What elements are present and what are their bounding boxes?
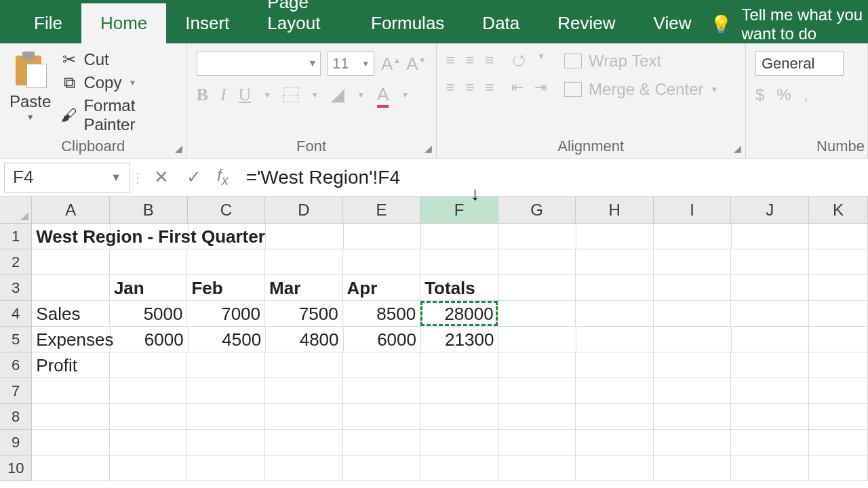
cell-c4[interactable]: 7000 [187,301,265,327]
tab-view[interactable]: View [635,3,711,43]
cell[interactable] [110,404,188,430]
underline-button[interactable]: U [239,85,252,105]
fx-icon[interactable]: fx [210,166,235,188]
cell[interactable] [187,455,265,481]
col-header-f[interactable]: ↓F [420,197,498,224]
cell[interactable] [731,430,809,455]
tab-page-layout[interactable]: Page Layout [248,0,352,43]
number-format-select[interactable]: General [755,52,844,76]
tell-me[interactable]: 💡 Tell me what you want to do [710,5,868,43]
cell[interactable] [32,404,110,430]
align-middle-icon[interactable]: ≡ [465,52,474,69]
row-header[interactable]: 9 [0,430,32,455]
merge-center-button[interactable]: Merge & Center ▼ [564,80,718,99]
increase-font-icon[interactable]: A▲ [381,54,401,75]
chevron-down-icon[interactable]: ▼ [357,90,365,100]
cell-h4[interactable] [576,301,654,327]
cell-g4[interactable] [498,301,576,327]
cell[interactable] [576,378,654,404]
cell[interactable] [498,430,576,455]
cell-d1[interactable] [266,224,343,249]
format-painter-button[interactable]: 🖌 Format Painter [62,96,176,134]
cell[interactable] [498,404,576,430]
cell-e1[interactable] [344,224,421,249]
cell-h1[interactable] [576,224,654,249]
cell[interactable] [809,430,868,455]
formula-bar[interactable]: ='West Region'!F4 [235,167,868,188]
col-header-j[interactable]: J [731,197,809,224]
cell-g2[interactable] [498,249,576,275]
cell-j2[interactable] [731,249,809,275]
tab-review[interactable]: Review [538,3,634,43]
cell-e4[interactable]: 8500 [343,301,421,327]
col-header-k[interactable]: K [809,197,868,224]
cell[interactable] [265,430,343,455]
cell-d4[interactable]: 7500 [265,301,343,327]
borders-button[interactable] [283,87,298,102]
cell-i4[interactable] [654,301,732,327]
cell-k1[interactable] [809,224,868,249]
cell-i2[interactable] [654,249,732,275]
cell-i1[interactable] [654,224,731,249]
cell-j6[interactable] [731,352,809,378]
align-left-icon[interactable]: ≡ [446,79,455,96]
name-box[interactable]: F4 ▼ [4,163,130,192]
tab-home[interactable]: Home [81,3,166,43]
cell-h3[interactable] [576,275,654,301]
cell-c6[interactable] [187,352,265,378]
cell-j4[interactable] [731,301,809,327]
cell[interactable] [110,378,188,404]
cut-button[interactable]: ✂ Cut [62,50,176,69]
cell-d5[interactable]: 4800 [266,327,343,352]
chevron-down-icon[interactable]: ▼ [711,85,719,94]
cell-d3[interactable]: Mar [265,275,343,301]
paste-menu-arrow[interactable]: ▼ [26,113,35,122]
align-bottom-icon[interactable]: ≡ [485,52,494,69]
cell[interactable] [187,430,265,455]
font-color-button[interactable]: A [377,84,389,105]
cell-d2[interactable] [265,249,343,275]
row-header[interactable]: 4 [0,301,32,327]
comma-format-button[interactable]: , [804,85,808,104]
cell-a2[interactable] [32,249,110,275]
cell-c2[interactable] [187,249,265,275]
row-header[interactable]: 5 [0,327,32,352]
orientation-button[interactable]: ⭯ [511,52,526,69]
cell[interactable] [809,378,868,404]
chevron-down-icon[interactable]: ▼ [311,90,319,100]
row-header[interactable]: 6 [0,352,32,378]
tab-insert[interactable]: Insert [166,3,248,43]
cell-f4[interactable]: 28000 [420,301,498,327]
cell-a4[interactable]: Sales [32,301,110,327]
cell-g3[interactable] [498,275,576,301]
cell[interactable] [32,455,110,481]
cell[interactable] [265,404,343,430]
cancel-button[interactable]: ✕ [145,167,178,188]
cell-i3[interactable] [654,275,732,301]
cell-e3[interactable]: Apr [343,275,421,301]
cell[interactable] [343,455,421,481]
cell-g5[interactable] [498,327,576,352]
cell-f3[interactable]: Totals [420,275,498,301]
row-header[interactable]: 1 [0,224,32,249]
row-header[interactable]: 7 [0,378,32,404]
col-header-d[interactable]: D [265,197,343,224]
cell-j3[interactable] [731,275,809,301]
cell[interactable] [809,455,868,481]
cell-a5[interactable]: Expenses [32,327,111,352]
paste-button[interactable]: Paste ▼ [9,47,51,134]
tab-data[interactable]: Data [463,3,538,43]
cell[interactable] [498,378,576,404]
cell[interactable] [110,430,188,455]
cell[interactable] [420,455,498,481]
bold-button[interactable]: B [197,85,208,105]
cell-h5[interactable] [576,327,654,352]
cell[interactable] [265,455,343,481]
italic-button[interactable]: I [220,85,226,105]
cell-h2[interactable] [576,249,654,275]
cell-f5[interactable]: 21300 [421,327,498,352]
align-center-icon[interactable]: ≡ [465,79,474,96]
font-size-select[interactable]: 11 ▼ [328,52,374,76]
cell[interactable] [576,404,654,430]
cell[interactable] [576,430,654,455]
